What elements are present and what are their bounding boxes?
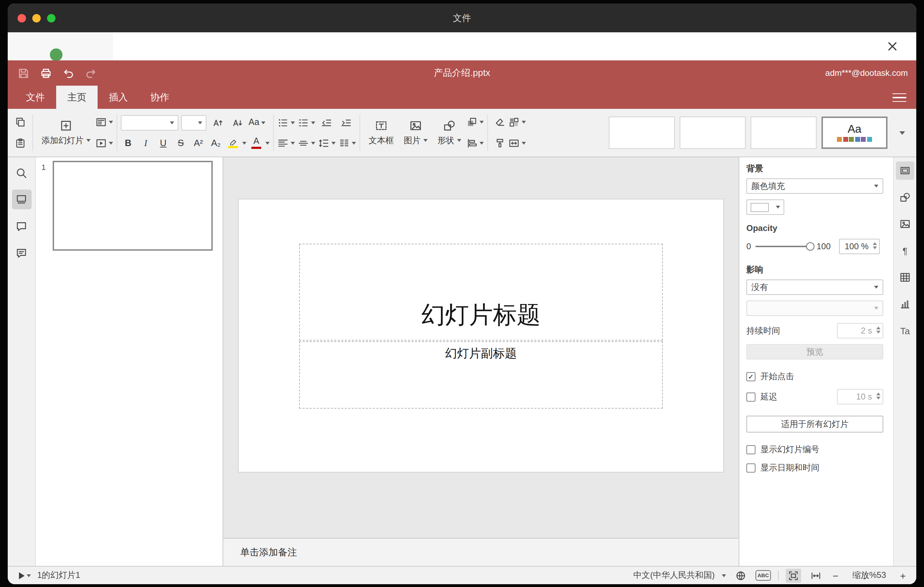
- subtitle-placeholder[interactable]: 幻灯片副标题: [299, 341, 663, 409]
- show-slide-number-checkbox[interactable]: [746, 445, 756, 454]
- increase-font-button[interactable]: [209, 115, 226, 130]
- font-name-select[interactable]: [121, 115, 178, 130]
- theme-gallery-expand-button[interactable]: [894, 117, 911, 149]
- slide-layout-button[interactable]: [96, 114, 113, 130]
- close-editor-button[interactable]: [885, 39, 899, 53]
- superscript-button[interactable]: A²: [191, 135, 206, 151]
- delay-input[interactable]: 10 s: [837, 389, 883, 404]
- theme-color-swatch: [843, 137, 848, 142]
- add-slide-button[interactable]: 添加幻灯片: [36, 112, 96, 153]
- effect-select[interactable]: 没有: [746, 279, 883, 295]
- textart-settings-button[interactable]: Ta: [896, 322, 914, 340]
- theme-slot[interactable]: [751, 117, 817, 149]
- slide-size-button[interactable]: [508, 135, 526, 151]
- decrease-font-button[interactable]: [229, 115, 246, 130]
- color-scheme-button[interactable]: [508, 114, 526, 130]
- slide-settings-button[interactable]: [896, 162, 914, 180]
- preview-button[interactable]: 预览: [746, 344, 883, 359]
- save-button[interactable]: [16, 66, 30, 80]
- fit-width-button[interactable]: [808, 569, 823, 582]
- chat-button[interactable]: [12, 243, 31, 262]
- start-preview-button[interactable]: [16, 568, 33, 583]
- insert-image-button[interactable]: 图片: [399, 112, 432, 153]
- slider-knob[interactable]: [806, 242, 815, 251]
- paragraph-settings-button[interactable]: ¶: [896, 242, 914, 260]
- bullet-list-button[interactable]: [277, 115, 295, 130]
- shape-settings-button[interactable]: [896, 188, 914, 206]
- image-settings-button[interactable]: [896, 215, 914, 233]
- spellcheck-button[interactable]: ABC: [756, 569, 771, 582]
- document-language-button[interactable]: [733, 569, 749, 582]
- paste-button[interactable]: [12, 135, 29, 151]
- font-size-select[interactable]: [181, 115, 206, 130]
- opacity-input[interactable]: 100 %: [839, 239, 880, 254]
- line-spacing-button[interactable]: [318, 135, 336, 151]
- redo-button[interactable]: [84, 66, 97, 80]
- spinner[interactable]: [876, 326, 881, 333]
- theme-slot[interactable]: [609, 117, 675, 149]
- theme-slot-selected[interactable]: Aa: [822, 117, 888, 149]
- italic-button[interactable]: I: [138, 135, 153, 151]
- spinner[interactable]: [873, 242, 877, 249]
- zoom-level[interactable]: 缩放%53: [848, 569, 891, 581]
- table-settings-button[interactable]: [896, 268, 914, 287]
- tab-file[interactable]: 文件: [15, 86, 56, 109]
- delay-checkbox[interactable]: [746, 392, 756, 401]
- format-painter-icon: [494, 138, 505, 149]
- start-slideshow-button[interactable]: [96, 135, 113, 151]
- underline-button[interactable]: U: [156, 135, 171, 151]
- fit-slide-button[interactable]: [786, 569, 801, 582]
- slide[interactable]: 幻灯片标题 幻灯片副标题: [239, 200, 723, 472]
- tab-home[interactable]: 主页: [56, 86, 97, 109]
- chart-settings-button[interactable]: [896, 295, 914, 313]
- change-case-button[interactable]: Aa: [249, 115, 266, 130]
- notes-area[interactable]: 单击添加备注: [223, 538, 739, 566]
- minimize-window-button[interactable]: [32, 14, 41, 22]
- zoom-out-button[interactable]: −: [831, 570, 840, 581]
- font-color-button[interactable]: A: [249, 135, 270, 151]
- undo-button[interactable]: [61, 66, 75, 80]
- subscript-button[interactable]: A₂: [208, 135, 223, 151]
- arrange-button[interactable]: [466, 114, 484, 130]
- insert-textbox-button[interactable]: 文本框: [364, 112, 399, 153]
- increase-indent-button[interactable]: [338, 115, 355, 130]
- slide-thumbnail[interactable]: [53, 161, 213, 251]
- language-label[interactable]: 中文(中华人民共和国): [633, 569, 715, 581]
- horizontal-align-button[interactable]: [277, 135, 295, 151]
- title-placeholder[interactable]: 幻灯片标题: [299, 244, 663, 341]
- align-objects-button[interactable]: [466, 135, 484, 151]
- tab-insert[interactable]: 插入: [97, 86, 139, 109]
- apply-to-all-slides-button[interactable]: 适用于所有幻灯片: [746, 416, 883, 432]
- print-button[interactable]: [39, 66, 53, 80]
- start-on-click-checkbox[interactable]: ✓: [746, 372, 756, 381]
- search-button[interactable]: [12, 163, 31, 183]
- opacity-slider[interactable]: [756, 242, 815, 251]
- spinner[interactable]: [876, 392, 881, 399]
- decrease-indent-button[interactable]: [318, 115, 335, 130]
- copy-style-button[interactable]: [492, 135, 508, 151]
- maximize-window-button[interactable]: [47, 14, 56, 22]
- opacity-value: 100 %: [845, 242, 868, 251]
- duration-input[interactable]: 2 s: [837, 323, 883, 338]
- slides-panel-button[interactable]: [12, 190, 31, 209]
- comment-icon: [15, 220, 27, 232]
- strikethrough-button[interactable]: S: [173, 135, 188, 151]
- close-window-button[interactable]: [18, 14, 26, 22]
- vertical-align-button[interactable]: [298, 135, 315, 151]
- theme-slot[interactable]: [680, 117, 746, 149]
- copy-button[interactable]: [12, 114, 29, 130]
- columns-button[interactable]: [338, 135, 356, 151]
- show-datetime-checkbox[interactable]: [746, 463, 756, 473]
- menu-button[interactable]: [893, 91, 906, 104]
- highlight-color-button[interactable]: [226, 135, 246, 151]
- bold-button[interactable]: B: [121, 135, 135, 151]
- background-color-picker[interactable]: [746, 200, 784, 215]
- comments-button[interactable]: [12, 216, 31, 236]
- zoom-in-button[interactable]: +: [898, 570, 908, 581]
- clear-style-button[interactable]: [492, 114, 508, 130]
- background-fill-select[interactable]: 颜色填充: [746, 178, 883, 194]
- numbered-list-button[interactable]: [298, 115, 315, 130]
- insert-shape-button[interactable]: 形状: [432, 112, 466, 153]
- tab-collaboration[interactable]: 协作: [139, 86, 180, 109]
- effect-type-select[interactable]: [746, 300, 883, 316]
